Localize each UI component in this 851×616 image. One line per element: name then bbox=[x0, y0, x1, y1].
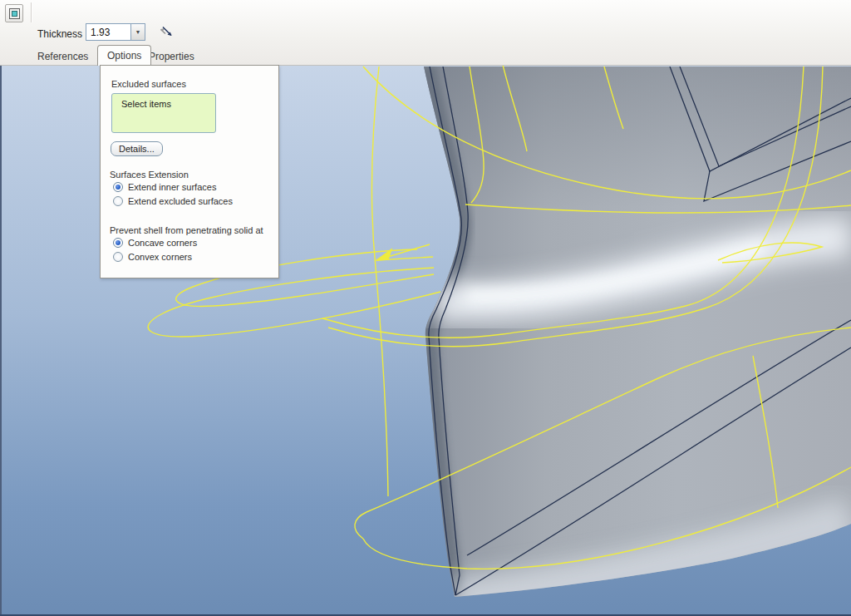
tab-properties[interactable]: Properties bbox=[149, 51, 194, 62]
toolbar-separator bbox=[31, 2, 32, 22]
radio-icon bbox=[113, 182, 123, 192]
thickness-input-group: ▼ bbox=[86, 23, 145, 41]
radio-icon bbox=[113, 238, 123, 248]
tab-options[interactable]: Options bbox=[97, 45, 151, 66]
shell-icon-outer bbox=[9, 8, 20, 19]
radio-concave-corners[interactable]: Concave corners bbox=[113, 238, 197, 248]
excluded-surfaces-collector[interactable]: Select items bbox=[111, 93, 216, 133]
thickness-label: Thickness bbox=[37, 28, 82, 40]
radio-label: Concave corners bbox=[128, 238, 197, 248]
excluded-surfaces-label: Excluded surfaces bbox=[111, 79, 186, 89]
viewport-left-border bbox=[0, 65, 2, 616]
radio-icon bbox=[113, 196, 123, 206]
radio-label: Extend inner surfaces bbox=[128, 182, 216, 192]
details-button[interactable]: Details... bbox=[111, 141, 163, 156]
radio-extend-inner-surfaces[interactable]: Extend inner surfaces bbox=[113, 182, 216, 192]
dashboard-toolbar: Thickness ▼ References Options Propertie… bbox=[0, 0, 851, 66]
flip-direction-icon[interactable] bbox=[158, 24, 175, 41]
radio-label: Extend excluded surfaces bbox=[128, 196, 233, 206]
radio-convex-corners[interactable]: Convex corners bbox=[113, 252, 192, 262]
tab-references[interactable]: References bbox=[37, 51, 88, 62]
chevron-down-icon: ▼ bbox=[135, 29, 141, 35]
thickness-input[interactable] bbox=[86, 23, 130, 41]
options-panel: Excluded surfaces Select items Details..… bbox=[100, 65, 279, 278]
surfaces-extension-label: Surfaces Extension bbox=[110, 170, 189, 180]
collector-placeholder: Select items bbox=[121, 99, 171, 109]
radio-icon bbox=[113, 252, 123, 262]
shell-feature-icon[interactable] bbox=[5, 4, 23, 22]
radio-label: Convex corners bbox=[128, 252, 192, 262]
thickness-dropdown-button[interactable]: ▼ bbox=[130, 23, 145, 41]
prevent-shell-label: Prevent shell from penetrating solid at bbox=[110, 225, 263, 235]
shell-icon-inner bbox=[12, 11, 17, 17]
application-window: Thickness ▼ References Options Propertie… bbox=[0, 0, 851, 616]
radio-extend-excluded-surfaces[interactable]: Extend excluded surfaces bbox=[113, 196, 233, 206]
